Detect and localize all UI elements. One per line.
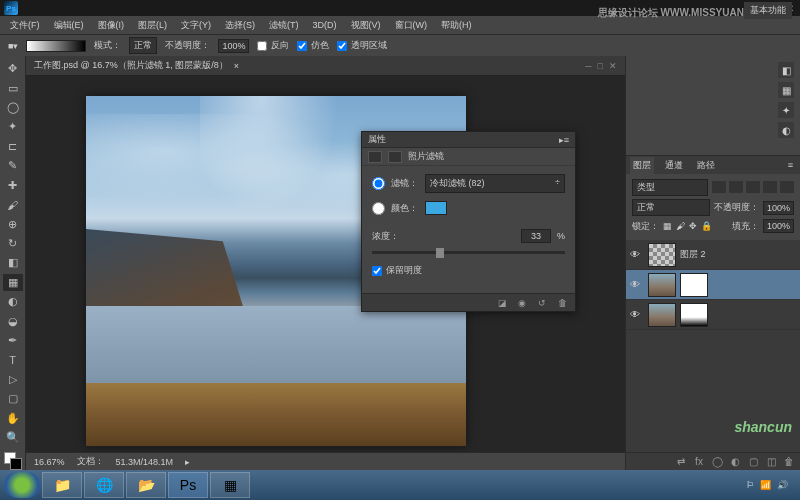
panel-menu-icon[interactable]: ▸≡ bbox=[559, 135, 569, 145]
shape-tool[interactable]: ▢ bbox=[3, 390, 23, 407]
color-swatch-picker[interactable] bbox=[425, 201, 447, 215]
workspace-label[interactable]: 基本功能 bbox=[744, 2, 792, 19]
tray-flag-icon[interactable]: ⚐ bbox=[746, 480, 754, 490]
menu-layer[interactable]: 图层(L) bbox=[132, 17, 173, 34]
lock-all-icon[interactable]: 🔒 bbox=[701, 221, 712, 231]
zoom-level[interactable]: 16.67% bbox=[34, 457, 65, 467]
gradient-preview[interactable] bbox=[26, 40, 86, 52]
close-doc-icon[interactable]: × bbox=[234, 61, 239, 71]
pen-tool[interactable]: ✒ bbox=[3, 332, 23, 349]
menu-file[interactable]: 文件(F) bbox=[4, 17, 46, 34]
eyedropper-tool[interactable]: ✎ bbox=[3, 157, 23, 174]
tray-network-icon[interactable]: 📶 bbox=[760, 480, 771, 490]
panel-menu-icon[interactable]: ≡ bbox=[785, 158, 796, 172]
filter-shape-icon[interactable] bbox=[763, 181, 777, 193]
color-panel-icon[interactable]: ◧ bbox=[778, 62, 794, 78]
document-tab[interactable]: 工作图.psd @ 16.7%（照片滤镜 1, 图层蒙版/8） × ─ □ ✕ bbox=[26, 56, 625, 76]
color-swatch[interactable] bbox=[4, 452, 22, 469]
stamp-tool[interactable]: ⊕ bbox=[3, 215, 23, 232]
brush-tool[interactable]: 🖌 bbox=[3, 196, 23, 213]
new-group-icon[interactable]: ▢ bbox=[746, 456, 760, 467]
preserve-luminosity-checkbox[interactable] bbox=[372, 266, 382, 276]
color-radio[interactable] bbox=[372, 202, 385, 215]
menu-edit[interactable]: 编辑(E) bbox=[48, 17, 90, 34]
start-button[interactable] bbox=[4, 472, 40, 498]
wand-tool[interactable]: ✦ bbox=[3, 118, 23, 135]
layer-opacity-value[interactable]: 100% bbox=[763, 201, 794, 215]
eraser-tool[interactable]: ◧ bbox=[3, 254, 23, 271]
lock-pos-icon[interactable]: ✥ bbox=[689, 221, 697, 231]
filter-pixel-icon[interactable] bbox=[712, 181, 726, 193]
dodge-tool[interactable]: ◒ bbox=[3, 312, 23, 329]
blend-mode-select[interactable]: 正常 bbox=[632, 199, 710, 216]
density-value[interactable]: 33 bbox=[521, 229, 551, 243]
system-tray[interactable]: ⚐ 📶 🔊 bbox=[746, 480, 796, 490]
layer-row[interactable]: 👁 图层 2 bbox=[626, 240, 800, 270]
status-arrow-icon[interactable]: ▸ bbox=[185, 457, 190, 467]
layer-row[interactable]: 👁 bbox=[626, 270, 800, 300]
marquee-tool[interactable]: ▭ bbox=[3, 79, 23, 96]
lasso-tool[interactable]: ◯ bbox=[3, 99, 23, 116]
menu-view[interactable]: 视图(V) bbox=[345, 17, 387, 34]
taskbar-browser-icon[interactable]: 🌐 bbox=[84, 472, 124, 498]
filter-adjust-icon[interactable] bbox=[729, 181, 743, 193]
crop-tool[interactable]: ⊏ bbox=[3, 138, 23, 155]
path-tool[interactable]: ▷ bbox=[3, 371, 23, 388]
layer-row[interactable]: 👁 bbox=[626, 300, 800, 330]
doc-minimize-button[interactable]: ─ bbox=[585, 61, 591, 71]
blur-tool[interactable]: ◐ bbox=[3, 293, 23, 310]
menu-type[interactable]: 文字(Y) bbox=[175, 17, 217, 34]
visibility-icon[interactable]: 👁 bbox=[630, 279, 644, 290]
tab-channels[interactable]: 通道 bbox=[662, 157, 686, 174]
layer-thumb[interactable] bbox=[648, 273, 676, 297]
swatches-panel-icon[interactable]: ▦ bbox=[778, 82, 794, 98]
menu-window[interactable]: 窗口(W) bbox=[389, 17, 434, 34]
heal-tool[interactable]: ✚ bbox=[3, 177, 23, 194]
adjustments-panel-icon[interactable]: ◐ bbox=[778, 122, 794, 138]
dither-checkbox[interactable] bbox=[297, 41, 307, 51]
transparency-checkbox[interactable] bbox=[337, 41, 347, 51]
visibility-icon[interactable]: 👁 bbox=[630, 309, 644, 320]
clip-icon[interactable]: ◪ bbox=[495, 296, 509, 310]
opacity-value[interactable]: 100% bbox=[218, 39, 249, 53]
taskbar-ps-icon[interactable]: Ps bbox=[168, 472, 208, 498]
filter-type-icon[interactable] bbox=[746, 181, 760, 193]
doc-maximize-button[interactable]: □ bbox=[598, 61, 603, 71]
tab-layers[interactable]: 图层 bbox=[630, 157, 654, 174]
layer-thumb[interactable] bbox=[648, 243, 676, 267]
reverse-checkbox[interactable] bbox=[257, 41, 267, 51]
layer-name[interactable]: 图层 2 bbox=[680, 248, 706, 261]
layer-mask-thumb[interactable] bbox=[680, 273, 708, 297]
filter-select[interactable]: 冷却滤镜 (82)÷ bbox=[425, 174, 565, 193]
history-brush-tool[interactable]: ↻ bbox=[3, 235, 23, 252]
new-adjustment-icon[interactable]: ◐ bbox=[728, 456, 742, 467]
styles-panel-icon[interactable]: ✦ bbox=[778, 102, 794, 118]
fill-value[interactable]: 100% bbox=[763, 219, 794, 233]
delete-adjustment-icon[interactable]: 🗑 bbox=[555, 296, 569, 310]
menu-select[interactable]: 选择(S) bbox=[219, 17, 261, 34]
density-slider[interactable] bbox=[372, 251, 565, 254]
taskbar-app-icon[interactable]: ▦ bbox=[210, 472, 250, 498]
tray-volume-icon[interactable]: 🔊 bbox=[777, 480, 788, 490]
hand-tool[interactable]: ✋ bbox=[3, 410, 23, 427]
view-previous-icon[interactable]: ◉ bbox=[515, 296, 529, 310]
taskbar-explorer-icon[interactable]: 📁 bbox=[42, 472, 82, 498]
menu-help[interactable]: 帮助(H) bbox=[435, 17, 478, 34]
move-tool[interactable]: ✥ bbox=[3, 60, 23, 77]
menu-image[interactable]: 图像(I) bbox=[92, 17, 131, 34]
filter-smart-icon[interactable] bbox=[780, 181, 794, 193]
tab-paths[interactable]: 路径 bbox=[694, 157, 718, 174]
gradient-tool[interactable]: ▦ bbox=[3, 274, 23, 291]
zoom-tool[interactable]: 🔍 bbox=[3, 429, 23, 446]
menu-3d[interactable]: 3D(D) bbox=[307, 18, 343, 32]
reset-icon[interactable]: ↺ bbox=[535, 296, 549, 310]
add-mask-icon[interactable]: ◯ bbox=[710, 456, 724, 467]
delete-layer-icon[interactable]: 🗑 bbox=[782, 456, 796, 467]
layer-thumb[interactable] bbox=[648, 303, 676, 327]
taskbar-folder-icon[interactable]: 📂 bbox=[126, 472, 166, 498]
link-layers-icon[interactable]: ⇄ bbox=[674, 456, 688, 467]
type-tool[interactable]: T bbox=[3, 351, 23, 368]
fx-icon[interactable]: fx bbox=[692, 456, 706, 467]
layer-filter-select[interactable]: 类型 bbox=[632, 179, 708, 196]
layer-mask-thumb[interactable] bbox=[680, 303, 708, 327]
